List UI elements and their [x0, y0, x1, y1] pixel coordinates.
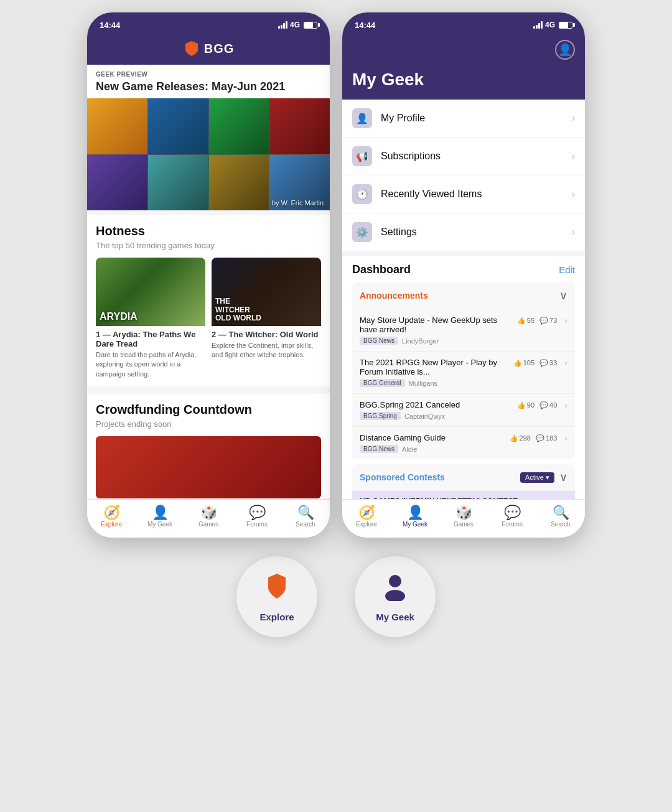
bgg-logo: BGG: [183, 40, 235, 57]
crowdfunding-section[interactable]: Crowdfunding Countdown Projects ending s…: [87, 394, 330, 498]
bottom-nav-2: 🧭 Explore 👤 My Geek 🎲 Games 💬 Forums 🔍 S…: [342, 499, 585, 538]
nav-search-2[interactable]: 🔍 Search: [536, 503, 585, 530]
settings-chevron: ›: [572, 226, 575, 238]
search-label-2: Search: [551, 521, 571, 528]
menu-section: 👤 My Profile › 📢 Subscriptions › 🕐 Recen…: [342, 100, 585, 251]
ann-stats-1: 👍 55 💬 73 ›: [517, 315, 567, 325]
ann-comments-2: 💬 33: [539, 359, 557, 367]
nav-games-2[interactable]: 🎲 Games: [439, 503, 488, 530]
ann-item-1[interactable]: May Store Update - New GeekUp sets have …: [352, 309, 575, 352]
profile-icon: 👤: [352, 108, 372, 128]
ann-comments-3: 💬 40: [539, 401, 557, 409]
ann-meta-2: BGG General Mulligans: [360, 379, 508, 387]
ann-item-4[interactable]: Distance Gaming Guide BGG News Aldie 👍 2…: [352, 427, 575, 459]
ann-likes-3: 👍 90: [517, 401, 534, 409]
game-2-image: THEWITCHEROLD WORLD: [212, 258, 321, 326]
game-1-card[interactable]: ARYDIA 1 — Arydia: The Paths We Dare Tre…: [96, 258, 205, 386]
menu-subscriptions[interactable]: 📢 Subscriptions ›: [342, 138, 585, 175]
subscriptions-label: Subscriptions: [381, 151, 572, 162]
ann-author-2: Mulligans: [409, 380, 437, 387]
battery-icon-2: [559, 22, 572, 29]
nav-games-1[interactable]: 🎲 Games: [184, 503, 233, 530]
ann-title-4: Distance Gaming Guide: [360, 433, 505, 442]
menu-settings[interactable]: ⚙️ Settings ›: [342, 213, 585, 251]
nav-explore-1[interactable]: 🧭 Explore: [87, 503, 136, 530]
bottom-nav-1: 🧭 Explore 👤 My Geek 🎲 Games 💬 Forums 🔍 S…: [87, 499, 330, 538]
profile-avatar-button[interactable]: 👤: [555, 40, 575, 60]
forums-icon-2: 💬: [504, 506, 521, 520]
ann-author-1: LindyBurger: [402, 337, 439, 345]
game-1-desc: Dare to tread the paths of Arydia, explo…: [96, 350, 205, 386]
ann-chevron-2: ›: [564, 358, 567, 368]
hotness-section: Hotness The top 50 trending games today …: [87, 215, 330, 386]
game-2-title: 2 — The Witcher: Old World: [212, 330, 321, 339]
svg-point-0: [389, 575, 401, 587]
settings-icon: ⚙️: [352, 222, 372, 242]
ann-content-2: The 2021 RPGG New Player - Play by Forum…: [360, 358, 508, 387]
menu-recently-viewed[interactable]: 🕐 Recently Viewed Items ›: [342, 175, 585, 213]
explore-icon-2: 🧭: [358, 506, 375, 520]
article-card[interactable]: GEEK PREVIEW New Game Releases: May-Jun …: [87, 65, 330, 210]
forums-label-1: Forums: [246, 521, 268, 528]
announcements-widget: Announcements ∨ May Store Update - New G…: [352, 282, 575, 459]
status-bar-2: 14:44 4G: [342, 12, 585, 35]
signal-icon-2: [533, 21, 543, 29]
announcements-title: Announcements: [360, 291, 428, 301]
game-2-desc: Explore the Continent, impr skills, and …: [212, 341, 321, 368]
ann-author-3: CaptainQwyx: [404, 413, 445, 420]
sponsored-collapse[interactable]: ∨: [559, 470, 567, 484]
ann-likes-1: 👍 55: [517, 317, 534, 325]
game-2-overlay: THEWITCHEROLD WORLD: [215, 297, 261, 322]
mygeek-icon-1: 👤: [152, 506, 169, 520]
status-bar-1: 14:44 4G: [87, 12, 330, 35]
subscriptions-icon: 📢: [352, 146, 372, 166]
nav-explore-2[interactable]: 🧭 Explore: [342, 503, 391, 530]
announcements-header: Announcements ∨: [352, 282, 575, 309]
explore-label-2: Explore: [356, 521, 377, 528]
nav-forums-1[interactable]: 💬 Forums: [233, 503, 281, 530]
ann-stats-4: 👍 298 💬 183 ›: [510, 433, 567, 443]
sponsored-header: Sponsored Contests Active ▾ ∨: [352, 464, 575, 491]
recently-viewed-icon: 🕐: [352, 184, 372, 204]
recently-viewed-chevron: ›: [572, 189, 575, 200]
mygeek-circle-icon: [380, 571, 410, 607]
search-label-1: Search: [296, 521, 315, 528]
nav-forums-2[interactable]: 💬 Forums: [488, 503, 536, 530]
ann-title-1: May Store Update - New GeekUp sets have …: [360, 315, 512, 334]
active-badge[interactable]: Active ▾: [520, 472, 554, 483]
ann-item-2[interactable]: The 2021 RPGG New Player - Play by Forum…: [352, 352, 575, 394]
explore-scroll[interactable]: GEEK PREVIEW New Game Releases: May-Jun …: [87, 65, 330, 499]
search-icon-2: 🔍: [553, 506, 569, 520]
nav-mygeek-1[interactable]: 👤 My Geek: [136, 503, 184, 530]
mygeek-scroll[interactable]: 👤 My Profile › 📢 Subscriptions › 🕐 Recen…: [342, 100, 585, 499]
mygeek-circle[interactable]: My Geek: [355, 556, 436, 637]
network-1: 4G: [290, 21, 300, 29]
nav-mygeek-2[interactable]: 👤 My Geek: [391, 503, 439, 530]
app-header-2: 👤: [342, 35, 585, 70]
mygeek-circle-label: My Geek: [376, 612, 414, 622]
explore-icon-1: 🧭: [103, 506, 120, 520]
ann-item-3[interactable]: BGG.Spring 2021 Canceled BGG.Spring Capt…: [352, 394, 575, 427]
ann-author-4: Aldie: [402, 446, 417, 453]
nav-search-1[interactable]: 🔍 Search: [281, 503, 330, 530]
contest-item-1[interactable]: NB GAMES "VERMIN VENDETTA" CONTEST ENDS …: [352, 491, 575, 499]
phone-mygeek: 14:44 4G 👤 My Geek: [342, 12, 585, 538]
edit-button[interactable]: Edit: [559, 264, 575, 275]
hotness-title: Hotness: [96, 224, 321, 238]
explore-circle-icon: [262, 571, 292, 607]
profile-label: My Profile: [381, 113, 572, 124]
crowdfunding-subtitle: Projects ending soon: [96, 419, 321, 429]
mygeek-page-title: My Geek: [342, 70, 585, 100]
announcements-collapse[interactable]: ∨: [559, 289, 567, 302]
menu-profile[interactable]: 👤 My Profile ›: [342, 100, 585, 138]
ann-stats-3: 👍 90 💬 40 ›: [517, 400, 567, 410]
explore-circle[interactable]: Explore: [236, 556, 317, 637]
ann-title-2: The 2021 RPGG New Player - Play by Forum…: [360, 358, 508, 376]
subscriptions-chevron: ›: [572, 151, 575, 162]
ann-chevron-4: ›: [564, 433, 567, 443]
bgg-logo-text: BGG: [204, 42, 235, 56]
game-2-card[interactable]: THEWITCHEROLD WORLD 2 — The Witcher: Old…: [212, 258, 321, 386]
crowdfunding-title: Crowdfunding Countdown: [96, 403, 321, 417]
mygeek-label-2: My Geek: [403, 521, 427, 528]
dashboard-header: Dashboard Edit: [352, 263, 575, 276]
